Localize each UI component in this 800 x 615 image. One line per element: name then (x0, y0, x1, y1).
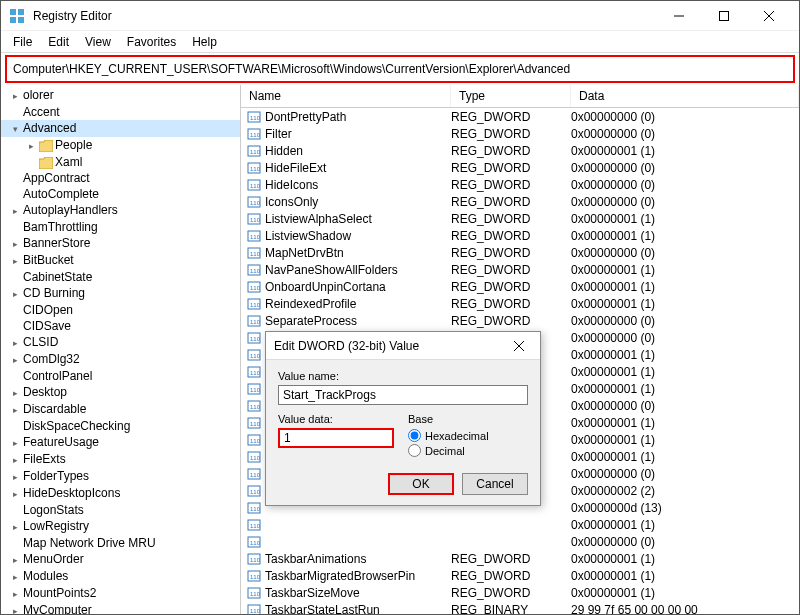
tree-item[interactable]: ▸BannerStore (1, 235, 240, 252)
tree-item[interactable]: LogonStats (1, 502, 240, 518)
menu-favorites[interactable]: Favorites (119, 33, 184, 51)
tree-item[interactable]: ▸MenuOrder (1, 551, 240, 568)
table-row[interactable]: 110TaskbarStateLastRunREG_BINARY29 99 7f… (241, 601, 799, 614)
tree-item-label: Xaml (55, 155, 82, 169)
tree-item[interactable]: Xaml (1, 154, 240, 170)
radio-hexadecimal[interactable]: Hexadecimal (408, 429, 528, 442)
tree-item[interactable]: ▸MountPoints2 (1, 585, 240, 602)
table-row[interactable]: 110TaskbarAnimationsREG_DWORD0x00000001 … (241, 550, 799, 567)
tree-item[interactable]: ▸FolderTypes (1, 468, 240, 485)
table-row[interactable]: 110FilterREG_DWORD0x00000000 (0) (241, 125, 799, 142)
tree-item[interactable]: ▸CLSID (1, 334, 240, 351)
value-name-input[interactable] (278, 385, 528, 405)
tree-item[interactable]: ▸Discardable (1, 401, 240, 418)
dialog-close-button[interactable] (506, 335, 532, 357)
dword-icon: 110 (247, 263, 261, 277)
tree-item[interactable]: ▸BitBucket (1, 252, 240, 269)
tree-item[interactable]: ▸FileExts (1, 451, 240, 468)
header-type[interactable]: Type (451, 85, 571, 107)
cell-data: 0x00000000 (0) (571, 314, 799, 328)
svg-text:110: 110 (250, 489, 261, 495)
tree-item[interactable]: ▸Desktop (1, 384, 240, 401)
svg-text:110: 110 (250, 387, 261, 393)
header-name[interactable]: Name (241, 85, 451, 107)
table-row[interactable]: 110DontPrettyPathREG_DWORD0x00000000 (0) (241, 108, 799, 125)
tree-item[interactable]: ▸olorer (1, 87, 240, 104)
cell-name: 110OnboardUnpinCortana (241, 280, 451, 294)
minimize-button[interactable] (656, 2, 701, 30)
table-row[interactable]: 110NavPaneShowAllFoldersREG_DWORD0x00000… (241, 261, 799, 278)
table-row[interactable]: 1100x00000001 (1) (241, 516, 799, 533)
cell-data: 0x00000001 (1) (571, 348, 799, 362)
tree-pane[interactable]: ▸olorerAccent▾Advanced▸PeopleXamlAppCont… (1, 85, 241, 614)
tree-item[interactable]: ▸ComDlg32 (1, 351, 240, 368)
svg-text:110: 110 (250, 183, 261, 189)
menu-help[interactable]: Help (184, 33, 225, 51)
dword-icon: 110 (247, 416, 261, 430)
maximize-button[interactable] (701, 2, 746, 30)
menu-edit[interactable]: Edit (40, 33, 77, 51)
cell-data: 0x00000001 (1) (571, 518, 799, 532)
tree-item[interactable]: ControlPanel (1, 368, 240, 384)
tree-item[interactable]: ▸FeatureUsage (1, 434, 240, 451)
svg-text:110: 110 (250, 268, 261, 274)
table-row[interactable]: 110IconsOnlyREG_DWORD0x00000000 (0) (241, 193, 799, 210)
tree-item-label: Discardable (23, 402, 86, 416)
table-row[interactable]: 1100x00000000 (0) (241, 533, 799, 550)
table-row[interactable]: 110ListviewShadowREG_DWORD0x00000001 (1) (241, 227, 799, 244)
cell-type: REG_DWORD (451, 263, 571, 277)
tree-item[interactable]: Accent (1, 104, 240, 120)
table-row[interactable]: 110SeparateProcessREG_DWORD0x00000000 (0… (241, 312, 799, 329)
tree-item[interactable]: CIDSave (1, 318, 240, 334)
tree-item[interactable]: ▸AutoplayHandlers (1, 202, 240, 219)
table-row[interactable]: 110HideIconsREG_DWORD0x00000000 (0) (241, 176, 799, 193)
tree-item[interactable]: BamThrottling (1, 219, 240, 235)
cell-name: 110DontPrettyPath (241, 110, 451, 124)
tree-item[interactable]: ▸Modules (1, 568, 240, 585)
address-bar[interactable]: Computer\HKEY_CURRENT_USER\SOFTWARE\Micr… (5, 55, 795, 83)
cell-data: 0x00000000 (0) (571, 246, 799, 260)
radio-decimal[interactable]: Decimal (408, 444, 528, 457)
tree-item-label: CabinetState (23, 270, 92, 284)
ok-button[interactable]: OK (388, 473, 454, 495)
tree-item[interactable]: ▾Advanced (1, 120, 240, 137)
tree-item[interactable]: DiskSpaceChecking (1, 418, 240, 434)
table-row[interactable]: 110OnboardUnpinCortanaREG_DWORD0x0000000… (241, 278, 799, 295)
menu-file[interactable]: File (5, 33, 40, 51)
table-row[interactable]: 110ListviewAlphaSelectREG_DWORD0x0000000… (241, 210, 799, 227)
tree-item[interactable]: AppContract (1, 170, 240, 186)
tree-item[interactable]: ▸People (1, 137, 240, 154)
tree-arrow-icon: ▸ (13, 436, 23, 450)
tree-item[interactable]: ▸LowRegistry (1, 518, 240, 535)
header-data[interactable]: Data (571, 85, 799, 107)
table-row[interactable]: 110HiddenREG_DWORD0x00000001 (1) (241, 142, 799, 159)
tree-item[interactable]: ▸HideDesktopIcons (1, 485, 240, 502)
tree-item[interactable]: ▸CD Burning (1, 285, 240, 302)
svg-text:110: 110 (250, 506, 261, 512)
close-button[interactable] (746, 2, 791, 30)
tree-item[interactable]: Map Network Drive MRU (1, 535, 240, 551)
tree-item[interactable]: ▸MyComputer (1, 602, 240, 614)
value-data-input[interactable] (278, 428, 394, 448)
table-row[interactable]: 110TaskbarMigratedBrowserPinREG_DWORD0x0… (241, 567, 799, 584)
titlebar: Registry Editor (1, 1, 799, 31)
cancel-button[interactable]: Cancel (462, 473, 528, 495)
table-row[interactable]: 110ReindexedProfileREG_DWORD0x00000001 (… (241, 295, 799, 312)
cell-data: 0x00000000 (0) (571, 535, 799, 549)
svg-text:110: 110 (250, 574, 261, 580)
table-row[interactable]: 110MapNetDrvBtnREG_DWORD0x00000000 (0) (241, 244, 799, 261)
table-row[interactable]: 110TaskbarSizeMoveREG_DWORD0x00000001 (1… (241, 584, 799, 601)
tree-item[interactable]: CIDOpen (1, 302, 240, 318)
cell-name: 110HideFileExt (241, 161, 451, 175)
dword-icon: 110 (247, 365, 261, 379)
menu-view[interactable]: View (77, 33, 119, 51)
dword-icon: 110 (247, 314, 261, 328)
tree-item-label: MyComputer (23, 603, 92, 614)
table-row[interactable]: 110HideFileExtREG_DWORD0x00000000 (0) (241, 159, 799, 176)
svg-text:110: 110 (250, 302, 261, 308)
tree-item[interactable]: AutoComplete (1, 186, 240, 202)
cell-data: 0x00000002 (2) (571, 484, 799, 498)
cell-data: 0x00000000 (0) (571, 178, 799, 192)
tree-item[interactable]: CabinetState (1, 269, 240, 285)
cell-name: 110SeparateProcess (241, 314, 451, 328)
